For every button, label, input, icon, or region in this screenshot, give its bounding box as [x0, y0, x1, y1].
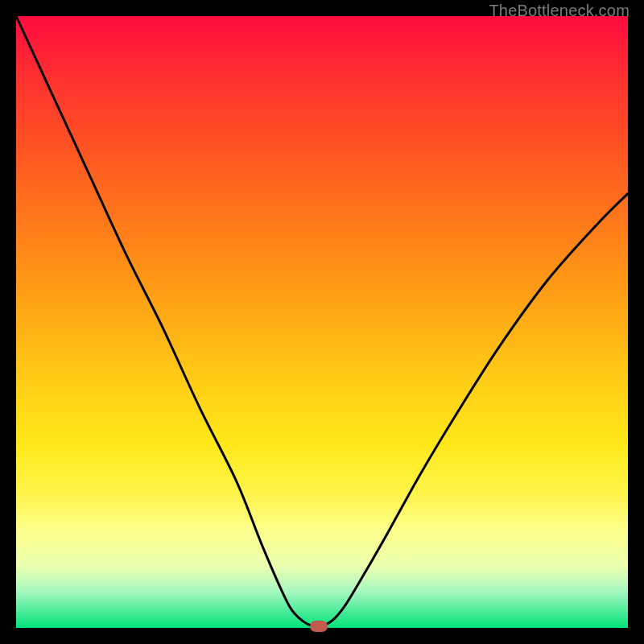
curve-svg	[16, 16, 628, 628]
optimal-marker	[310, 621, 328, 632]
chart-container: TheBottleneck.com	[0, 0, 644, 644]
bottleneck-curve	[16, 16, 628, 627]
plot-area	[16, 16, 628, 628]
